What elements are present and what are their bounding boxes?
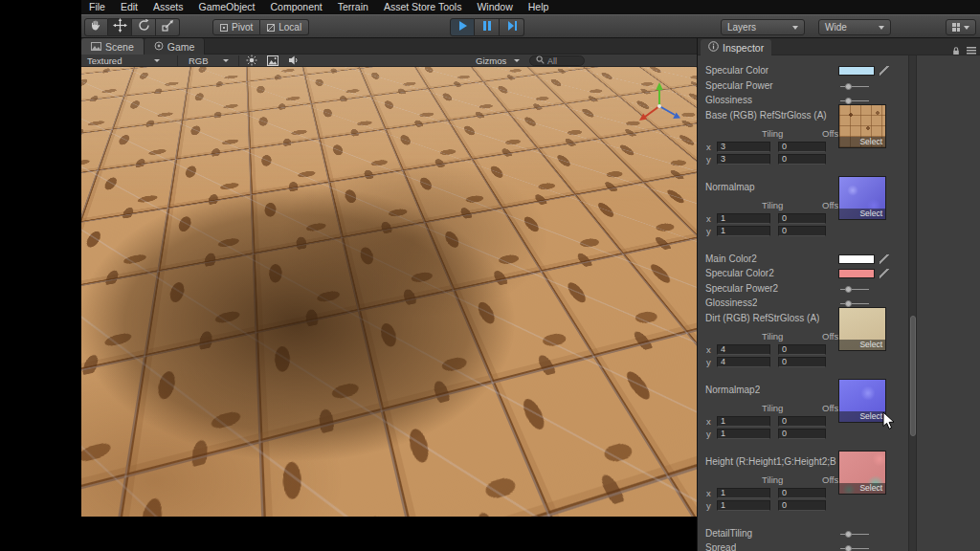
step-button[interactable] [500, 18, 524, 36]
pivot-toggle-button[interactable]: Pivot [212, 19, 260, 35]
select-button[interactable]: Select [839, 340, 885, 350]
axis-label: y [706, 500, 711, 511]
window-layout-button[interactable] [946, 19, 976, 35]
tiling-y-input[interactable] [717, 357, 770, 367]
menu-item-gameobject[interactable]: GameObject [191, 0, 263, 14]
color-swatch-specular-color2[interactable] [838, 269, 875, 278]
scene-lighting-toggle[interactable] [244, 55, 259, 67]
menu-item-component[interactable]: Component [262, 0, 329, 14]
menu-item-assets[interactable]: Assets [145, 0, 191, 14]
tiling-header: Tiling [762, 200, 783, 210]
local-toggle-button[interactable]: Local [260, 19, 309, 35]
prop-height-r-height1-g-height2-b: Height (R:Height1;G:Height2;BTilingOffse… [698, 456, 902, 523]
scene-effects-toggle[interactable] [265, 55, 280, 67]
menu-item-help[interactable]: Help [521, 0, 557, 14]
inspector-props: Specular ColorSpecular PowerGlossinessBa… [698, 55, 980, 551]
offset-x-input[interactable] [778, 344, 826, 355]
offset-y-input[interactable] [778, 226, 826, 236]
offset-x-input[interactable] [778, 213, 826, 224]
play-button[interactable] [450, 18, 475, 36]
select-button[interactable]: Select [839, 209, 885, 219]
gizmos-dropdown[interactable]: Gizmos [472, 55, 523, 66]
scene-view-toolbar: Textured RGB Gizmos [81, 55, 697, 67]
hand-tool-button[interactable] [84, 18, 108, 36]
play-icon [455, 18, 470, 37]
tiling-x-input[interactable] [717, 488, 770, 498]
offset-x-input[interactable] [778, 142, 826, 152]
tiling-y-input[interactable] [717, 500, 770, 511]
slider-specular-power[interactable] [840, 82, 869, 91]
color-swatch-specular-color[interactable] [838, 66, 875, 76]
select-button[interactable]: Select [839, 411, 885, 422]
prop-label: Dirt (RGB) RefStrGloss (A) [705, 313, 819, 323]
tab-game[interactable]: Game [145, 38, 206, 55]
menu-item-terrain[interactable]: Terrain [330, 0, 376, 14]
offset-x-input[interactable] [778, 488, 826, 498]
texture-thumbnail-height-r-height1-g-height2-b[interactable]: Select [838, 451, 886, 495]
prop-label: Glossiness2 [705, 298, 757, 308]
tiling-x-input[interactable] [717, 344, 770, 355]
axis-label: y [706, 357, 711, 367]
panel-menu-icon[interactable] [967, 47, 976, 55]
rotate-tool-button[interactable] [132, 18, 156, 36]
tiling-header: Tiling [762, 128, 783, 139]
menu-item-file[interactable]: File [81, 0, 113, 14]
prop-label: Height (R:Height1;G:Height2;B [705, 456, 836, 467]
prop-label: Specular Power2 [705, 283, 778, 294]
color-picker-icon[interactable] [880, 269, 889, 278]
scene-audio-toggle[interactable] [286, 55, 301, 67]
offset-y-input[interactable] [778, 429, 826, 439]
texture-thumbnail-normalmap[interactable]: Select [838, 176, 886, 220]
slider-spread[interactable] [840, 544, 869, 551]
texture-thumbnail-normalmap2[interactable]: Select [838, 379, 886, 423]
slider-specular-power2[interactable] [840, 285, 869, 294]
select-button[interactable]: Select [839, 137, 885, 147]
scene-search-field[interactable]: All [529, 55, 585, 66]
offset-y-input[interactable] [778, 154, 826, 165]
layout-dropdown[interactable]: Wide [818, 19, 891, 35]
slider-knob[interactable] [845, 286, 852, 293]
axis-label: x [706, 488, 711, 498]
tiling-x-input[interactable] [717, 213, 770, 224]
transform-gizmo[interactable] [635, 80, 684, 130]
slider-knob[interactable] [845, 545, 852, 551]
prop-spread: Spread [698, 542, 902, 551]
render-channels-dropdown[interactable]: RGB [185, 55, 233, 66]
offset-y-input[interactable] [778, 357, 826, 367]
tiling-y-input[interactable] [717, 429, 770, 439]
layers-dropdown[interactable]: Layers [721, 19, 805, 35]
chevron-down-icon [792, 26, 798, 30]
draw-mode-dropdown[interactable]: Textured [83, 55, 164, 66]
color-picker-icon[interactable] [880, 254, 889, 264]
inspector-scrollbar[interactable] [908, 55, 917, 551]
tiling-x-input[interactable] [717, 416, 770, 427]
offset-y-input[interactable] [778, 500, 826, 511]
tab-scene[interactable]: Scene [81, 38, 145, 55]
tiling-x-input[interactable] [717, 142, 770, 152]
menu-item-edit[interactable]: Edit [113, 0, 145, 14]
tiling-y-input[interactable] [717, 154, 770, 165]
texture-thumbnail-base-rgb-refstrgloss-a[interactable]: Select [838, 104, 886, 148]
slider-detailtiling[interactable] [840, 530, 869, 539]
select-button[interactable]: Select [839, 483, 885, 494]
tab-inspector[interactable]: Inspector [701, 39, 771, 55]
chevron-down-icon [964, 26, 969, 30]
slider-knob[interactable] [845, 531, 852, 538]
scale-tool-button[interactable] [156, 18, 180, 36]
texture-thumbnail-dirt-rgb-refstrgloss-a[interactable]: Select [838, 307, 886, 351]
move-tool-button[interactable] [108, 18, 132, 36]
scrollbar-thumb[interactable] [910, 316, 916, 436]
layers-label: Layers [727, 22, 756, 33]
scene-viewport[interactable] [81, 67, 697, 517]
offset-x-input[interactable] [778, 416, 826, 427]
prop-label: Normalmap2 [705, 385, 760, 395]
tiling-header: Tiling [762, 403, 783, 413]
menu-item-window[interactable]: Window [469, 0, 520, 14]
pause-button[interactable] [475, 18, 500, 36]
color-picker-icon[interactable] [880, 66, 889, 76]
menu-item-asset-store-tools[interactable]: Asset Store Tools [376, 0, 470, 14]
color-swatch-main-color2[interactable] [838, 254, 875, 264]
slider-knob[interactable] [845, 83, 852, 90]
tiling-y-input[interactable] [717, 226, 770, 236]
hand-icon [89, 18, 103, 36]
